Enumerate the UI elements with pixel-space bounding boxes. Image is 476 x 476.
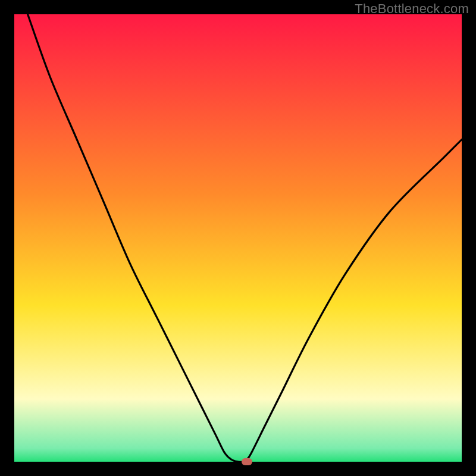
- chart-frame: TheBottleneck.com: [0, 0, 476, 476]
- bottleneck-curve: [14, 14, 462, 462]
- plot-area: [14, 14, 462, 462]
- min-marker: [242, 458, 252, 465]
- watermark-text: TheBottleneck.com: [355, 1, 469, 17]
